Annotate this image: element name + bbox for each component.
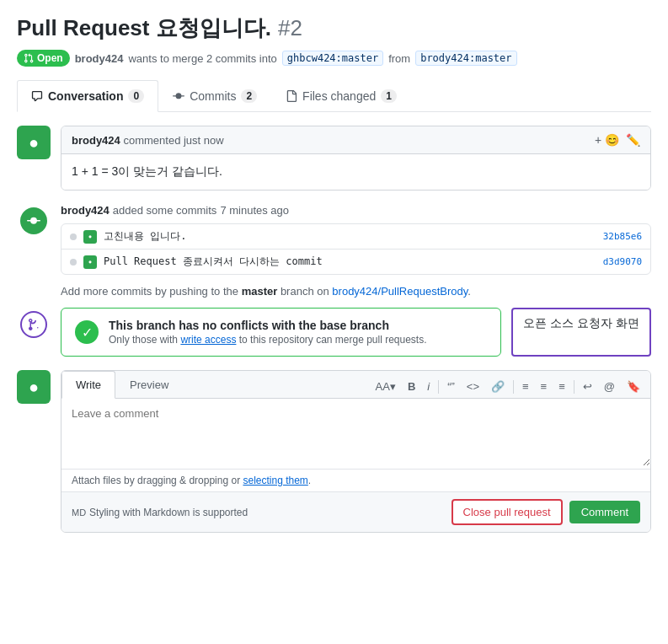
toolbar-bookmark[interactable]: 🔖 bbox=[623, 378, 644, 394]
comment-box: brody424 commented just now + 😊 ✏️ 1 + 1… bbox=[61, 126, 651, 191]
edit-icon[interactable]: ✏️ bbox=[626, 133, 640, 147]
emoji-icon[interactable]: + 😊 bbox=[595, 133, 619, 147]
from-text: from bbox=[388, 52, 410, 65]
merge-subtitle: Only those with write access to this rep… bbox=[109, 334, 427, 346]
toolbar-bold[interactable]: B bbox=[404, 378, 419, 394]
commits-header: brody424 added some commits 7 minutes ag… bbox=[61, 204, 651, 217]
toolbar-divider-3 bbox=[574, 380, 574, 394]
tabs-bar: Conversation 0 Commits 2 Files changed 1 bbox=[17, 80, 651, 112]
toolbar-list-task[interactable]: ≡ bbox=[555, 378, 569, 394]
commit-dot bbox=[70, 233, 77, 240]
commit-list: 고친내용 입니다. 32b85e6 Pull Request 종료시켜서 다시하… bbox=[61, 223, 651, 275]
editor-avatar: ● bbox=[17, 370, 51, 404]
commits-icon bbox=[173, 90, 184, 102]
open-badge: Open bbox=[17, 50, 70, 67]
open-source-box: 오픈 소스 요청자 화면 bbox=[511, 308, 651, 357]
tab-files-label: Files changed bbox=[302, 89, 376, 103]
merge-icon-area bbox=[17, 308, 51, 341]
source-branch: brody424:master bbox=[415, 51, 516, 66]
pr-number: #2 bbox=[278, 15, 302, 41]
merge-text: This branch has no conflicts with the ba… bbox=[109, 319, 427, 346]
editor-section: ● Write Preview AA▾ B i “” <> 🔗 bbox=[17, 370, 651, 533]
comment-time: commented just now bbox=[123, 134, 223, 147]
commits-time: 7 minutes ago bbox=[220, 204, 289, 217]
pr-meta-text: wants to merge 2 commits into bbox=[128, 52, 276, 65]
comment-meta: brody424 commented just now bbox=[72, 134, 224, 147]
toolbar-italic[interactable]: i bbox=[424, 378, 433, 394]
merge-section: ✓ This branch has no conflicts with the … bbox=[17, 308, 651, 357]
open-source-label: 오픈 소스 요청자 화면 bbox=[523, 316, 639, 330]
comment-author: brody424 bbox=[72, 134, 120, 147]
toolbar-divider-1 bbox=[438, 380, 439, 394]
toolbar-quote[interactable]: “” bbox=[444, 378, 458, 394]
comment-header: brody424 commented just now + 😊 ✏️ bbox=[61, 126, 650, 154]
commit-small-icon bbox=[86, 233, 94, 241]
tab-write[interactable]: Write bbox=[61, 371, 115, 399]
write-access-link[interactable]: write access bbox=[180, 334, 236, 346]
target-branch: ghbcw424:master bbox=[282, 51, 383, 66]
commit-message-2: Pull Request 종료시켜서 다시하는 commit bbox=[104, 255, 596, 269]
comment-actions: + 😊 ✏️ bbox=[595, 133, 640, 147]
merge-status-content: ✓ This branch has no conflicts with the … bbox=[61, 308, 501, 357]
git-commit-icon bbox=[27, 214, 40, 228]
commit-message-1: 고친내용 입니다. bbox=[104, 229, 596, 244]
push-branch: master bbox=[242, 285, 278, 298]
comment-textarea[interactable] bbox=[61, 399, 650, 466]
commit-icon bbox=[83, 230, 97, 244]
editor-toolbar: AA▾ B i “” <> 🔗 ≡ ≡ ≡ ↩ @ 🔖 bbox=[366, 375, 650, 398]
tab-commits-label: Commits bbox=[190, 89, 236, 103]
table-row: 고친내용 입니다. 32b85e6 bbox=[61, 224, 650, 250]
avatar: ● bbox=[17, 126, 51, 159]
toolbar-code[interactable]: <> bbox=[463, 378, 483, 394]
styling-info: MD Styling with Markdown is supported bbox=[72, 507, 248, 518]
commits-action: added some commits bbox=[113, 204, 217, 217]
tab-files-count: 1 bbox=[381, 89, 397, 103]
push-repo-link[interactable]: brody424/PullRequestBrody bbox=[332, 285, 468, 298]
comment-button[interactable]: Comment bbox=[569, 501, 640, 523]
page-container: Pull Request 요청입니다. #2 Open brody424 wan… bbox=[0, 0, 668, 566]
commits-section: brody424 added some commits 7 minutes ag… bbox=[17, 204, 651, 275]
merge-svg-icon bbox=[27, 318, 40, 331]
toolbar-mention[interactable]: @ bbox=[601, 378, 618, 394]
editor-tabs-bar: Write Preview AA▾ B i “” <> 🔗 ≡ ≡ bbox=[61, 371, 650, 399]
tab-conversation-count: 0 bbox=[128, 89, 144, 103]
push-info-text: Add more commits by pushing to the bbox=[61, 285, 238, 298]
attach-text: Attach files by dragging & dropping or s… bbox=[61, 469, 650, 491]
git-pr-icon bbox=[24, 53, 34, 63]
comment-thread: ● brody424 commented just now + 😊 ✏️ 1 +… bbox=[17, 126, 651, 191]
toolbar-link[interactable]: 🔗 bbox=[488, 378, 508, 394]
commit-icon bbox=[83, 255, 97, 269]
pr-meta: Open brody424 wants to merge 2 commits i… bbox=[17, 50, 651, 67]
comment-text: 1 + 1 = 3이 맞는거 같습니다. bbox=[72, 164, 222, 178]
table-row: Pull Request 종료시켜서 다시하는 commit d3d9070 bbox=[61, 250, 650, 274]
merge-title: This branch has no conflicts with the ba… bbox=[109, 319, 427, 332]
tab-commits[interactable]: Commits 2 bbox=[158, 80, 271, 112]
tab-preview[interactable]: Preview bbox=[115, 371, 183, 399]
styling-text: Styling with Markdown is supported bbox=[89, 507, 248, 518]
commit-sha-1[interactable]: 32b85e6 bbox=[603, 231, 642, 242]
toolbar-reply[interactable]: ↩ bbox=[580, 378, 596, 394]
git-merge-icon bbox=[20, 311, 47, 338]
actions-bar: MD Styling with Markdown is supported Cl… bbox=[61, 491, 650, 532]
commits-content: brody424 added some commits 7 minutes ag… bbox=[61, 204, 651, 275]
editor-box: Write Preview AA▾ B i “” <> 🔗 ≡ ≡ bbox=[61, 370, 651, 533]
tab-files-changed[interactable]: Files changed 1 bbox=[271, 80, 411, 112]
conversation-icon bbox=[31, 90, 43, 102]
tab-conversation[interactable]: Conversation 0 bbox=[17, 80, 158, 112]
push-branch-text: branch on bbox=[281, 285, 329, 298]
toolbar-aa[interactable]: AA▾ bbox=[372, 378, 399, 394]
commits-icon-circle bbox=[20, 207, 47, 234]
commit-sha-2[interactable]: d3d9070 bbox=[603, 256, 642, 267]
files-icon bbox=[286, 90, 297, 102]
md-icon: MD bbox=[72, 507, 86, 518]
close-pull-request-button[interactable]: Close pull request bbox=[452, 499, 563, 525]
main-content: ● brody424 commented just now + 😊 ✏️ 1 +… bbox=[17, 112, 651, 553]
pr-title-row: Pull Request 요청입니다. #2 bbox=[17, 13, 651, 43]
select-files-link[interactable]: selecting them bbox=[243, 475, 307, 486]
toolbar-list-ol[interactable]: ≡ bbox=[537, 378, 551, 394]
toolbar-list-ul[interactable]: ≡ bbox=[519, 378, 532, 394]
comment-body: 1 + 1 = 3이 맞는거 같습니다. bbox=[61, 154, 650, 190]
toolbar-divider-2 bbox=[513, 380, 514, 394]
push-info: Add more commits by pushing to the maste… bbox=[17, 285, 651, 298]
commit-dot bbox=[70, 259, 77, 266]
